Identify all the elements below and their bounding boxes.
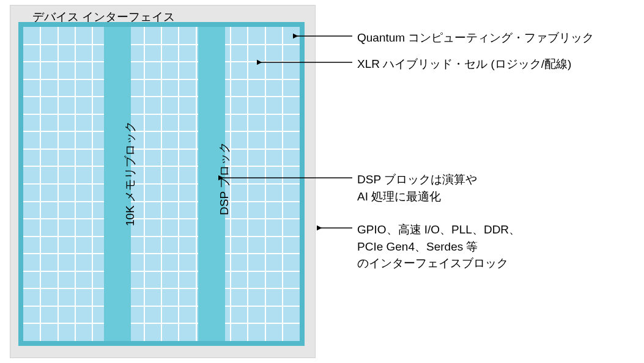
memory-block-label: 10K メモリブロック (122, 121, 138, 226)
callout-io: GPIO、高速 I/O、PLL、DDR、 PCIe Gen4、Serdes 等 … (357, 221, 520, 272)
callout-fabric: Quantum コンピューティング・ファブリック (357, 29, 594, 46)
hybrid-cell-grid (23, 27, 300, 341)
callout-cell: XLR ハイブリッド・セル (ロジック/配線) (357, 56, 571, 73)
dsp-block-label: DSP ブロック (217, 142, 232, 215)
callout-dsp: DSP ブロックは演算や AI 処理に最適化 (357, 171, 477, 205)
